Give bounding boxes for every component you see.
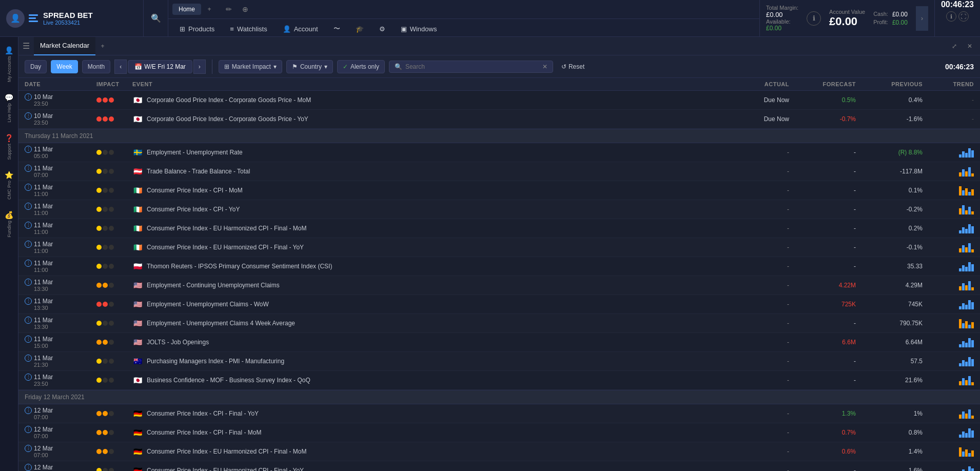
row-info-icon[interactable]: ⋮ bbox=[25, 112, 32, 120]
row-info-icon[interactable]: ⋮ bbox=[25, 260, 32, 267]
cell-actual: - bbox=[722, 301, 789, 308]
time-value: 07:00 bbox=[34, 172, 96, 178]
expand-button[interactable]: › bbox=[916, 6, 928, 31]
cell-forecast: - bbox=[789, 467, 856, 471]
sidebar-item-live-help[interactable]: 💬 Live Help bbox=[0, 88, 18, 128]
table-row[interactable]: ⋮ 11 Mar 11:00 🇮🇪 Consumer Price Index -… bbox=[18, 181, 980, 200]
table-row[interactable]: ⋮ 11 Mar 23:50 🇯🇵 Business Confidence - … bbox=[18, 371, 980, 390]
reset-button[interactable]: ↺ Reset bbox=[557, 61, 589, 72]
table-row[interactable]: ⋮ 11 Mar 07:00 🇦🇹 Trade Balance - Trade … bbox=[18, 162, 980, 181]
row-info-icon[interactable]: ⋮ bbox=[25, 146, 32, 153]
nav-account[interactable]: 👤 Account bbox=[276, 22, 325, 36]
hamburger-icon[interactable]: ☰ bbox=[23, 41, 30, 51]
nav-windows[interactable]: ▣ Windows bbox=[394, 22, 444, 36]
table-row[interactable]: ⋮ 11 Mar 13:30 🇺🇸 Employment - Continuin… bbox=[18, 276, 980, 295]
table-row[interactable]: ⋮ 11 Mar 11:00 🇮🇪 Consumer Price Index -… bbox=[18, 200, 980, 219]
cell-forecast: 4.22M bbox=[789, 282, 856, 289]
avatar[interactable]: 👤 bbox=[6, 9, 25, 28]
row-info-icon[interactable]: ⋮ bbox=[25, 298, 32, 305]
tab-market-calendar[interactable]: Market Calendar bbox=[34, 37, 95, 55]
clock-extra-icon[interactable]: ⛶ bbox=[958, 11, 969, 22]
trend-bar-segment bbox=[971, 340, 974, 347]
trend-bar-segment bbox=[971, 450, 974, 457]
table-row[interactable]: ⋮ 12 Mar 07:00 🇩🇪 Consumer Price Index -… bbox=[18, 461, 980, 471]
products-label: Products bbox=[188, 25, 214, 33]
table-row[interactable]: ⋮ 12 Mar 07:00 🇩🇪 Consumer Price Index -… bbox=[18, 423, 980, 442]
table-row[interactable]: ⋮ 12 Mar 07:00 🇩🇪 Consumer Price Index -… bbox=[18, 404, 980, 423]
nav-tab-add-button[interactable]: + bbox=[203, 3, 215, 15]
sidebar-item-funding[interactable]: 💰 Funding bbox=[0, 206, 18, 243]
global-search-button[interactable]: 🔍 bbox=[144, 0, 168, 36]
row-info-icon[interactable]: ⋮ bbox=[25, 93, 32, 101]
row-info-icon[interactable]: ⋮ bbox=[25, 184, 32, 191]
table-row[interactable]: ⋮ 11 Mar 21:30 🇦🇺 Purchasing Managers In… bbox=[18, 352, 980, 371]
impact-dot bbox=[109, 97, 114, 103]
date-picker[interactable]: 📅 W/E Fri 12 Mar bbox=[128, 60, 192, 73]
market-impact-dropdown[interactable]: ⊞ Market Impact ▾ bbox=[219, 60, 282, 73]
row-info-icon[interactable]: ⋮ bbox=[25, 355, 32, 362]
search-input[interactable] bbox=[405, 63, 539, 70]
cell-event: 🇺🇸 Employment - Unemployment Claims - Wo… bbox=[132, 301, 722, 308]
nav-products[interactable]: ⊞ Products bbox=[172, 22, 222, 36]
next-date-button[interactable]: › bbox=[193, 60, 206, 74]
cell-trend bbox=[923, 446, 974, 457]
table-row[interactable]: ⋮ 11 Mar 11:00 🇵🇱 Thomon Reuters - IPSOS… bbox=[18, 257, 980, 276]
nav-watchlists[interactable]: ≡ Watchlists bbox=[223, 22, 274, 36]
row-info-icon[interactable]: ⋮ bbox=[25, 317, 32, 324]
row-info-icon[interactable]: ⋮ bbox=[25, 222, 32, 229]
trend-bar-segment bbox=[959, 381, 962, 385]
row-info-icon[interactable]: ⋮ bbox=[25, 165, 32, 172]
cell-trend bbox=[923, 204, 974, 214]
sidebar-item-support[interactable]: ❓ Support bbox=[0, 129, 18, 165]
nav-charts[interactable]: 〜 bbox=[326, 21, 347, 36]
search-box[interactable]: 🔍 ✕ bbox=[389, 61, 553, 73]
row-info-icon[interactable]: ⋮ bbox=[25, 374, 32, 381]
month-button[interactable]: Month bbox=[82, 60, 110, 73]
nav-education[interactable]: 🎓 bbox=[348, 22, 371, 36]
header-forecast: FORECAST bbox=[789, 81, 856, 87]
search-clear-icon[interactable]: ✕ bbox=[542, 63, 547, 70]
row-info-icon[interactable]: ⋮ bbox=[25, 279, 32, 286]
table-row[interactable]: ⋮ 11 Mar 05:00 🇸🇪 Employment - Unemploym… bbox=[18, 143, 980, 162]
prev-date-button[interactable]: ‹ bbox=[114, 60, 127, 74]
row-info-icon[interactable]: ⋮ bbox=[25, 241, 32, 248]
table-row[interactable]: ⋮ 11 Mar 13:30 🇺🇸 Employment - Unemploym… bbox=[18, 295, 980, 314]
table-row[interactable]: ⋮ 11 Mar 11:00 🇮🇪 Consumer Price Index -… bbox=[18, 238, 980, 257]
table-row[interactable]: ⋮ 10 Mar 23:50 🇯🇵 Corporate Good Price I… bbox=[18, 91, 980, 110]
event-name: Purchasing Managers Index - PMI - Manufa… bbox=[147, 358, 284, 365]
table-row[interactable]: ⋮ 11 Mar 11:00 🇮🇪 Consumer Price Index -… bbox=[18, 219, 980, 238]
tab-add-button[interactable]: + bbox=[95, 39, 110, 53]
trend-bar-segment bbox=[959, 186, 962, 195]
row-info-icon[interactable]: ⋮ bbox=[25, 426, 32, 433]
table-row[interactable]: ⋮ 11 Mar 15:00 🇺🇸 JOLTS - Job Openings -… bbox=[18, 333, 980, 352]
week-button[interactable]: Week bbox=[51, 60, 77, 73]
clock-info-icon[interactable]: ℹ bbox=[946, 11, 956, 22]
country-dropdown[interactable]: ⚑ Country ▾ bbox=[286, 60, 333, 73]
pin-icon[interactable]: ⊕ bbox=[238, 2, 252, 16]
table-row[interactable]: ⋮ 10 Mar 23:50 🇯🇵 Corporate Good Price I… bbox=[18, 110, 980, 129]
sidebar-item-cmc-pro[interactable]: ⭐ CMC Pro bbox=[0, 166, 18, 205]
row-info-icon[interactable]: ⋮ bbox=[25, 464, 32, 471]
row-info-icon[interactable]: ⋮ bbox=[25, 203, 32, 210]
date-value: 11 Mar bbox=[34, 184, 53, 191]
settings-icon: ⚙ bbox=[379, 25, 385, 33]
row-info-icon[interactable]: ⋮ bbox=[25, 336, 32, 343]
maximize-icon[interactable]: ⤢ bbox=[948, 40, 961, 52]
table-row[interactable]: ⋮ 11 Mar 13:30 🇺🇸 Employment - Unemploym… bbox=[18, 314, 980, 333]
margin-info-icon[interactable]: ℹ bbox=[807, 11, 821, 26]
close-tab-icon[interactable]: ✕ bbox=[964, 40, 976, 52]
row-info-icon[interactable]: ⋮ bbox=[25, 407, 32, 414]
sidebar-item-my-accounts[interactable]: 👤 My Accounts bbox=[0, 41, 18, 87]
row-info-icon[interactable]: ⋮ bbox=[25, 445, 32, 452]
nav-tab-home[interactable]: Home bbox=[172, 4, 201, 15]
trend-bar-segment bbox=[968, 338, 971, 347]
nav-settings[interactable]: ⚙ bbox=[372, 22, 393, 36]
table-row[interactable]: ⋮ 12 Mar 07:00 🇩🇪 Consumer Price Index -… bbox=[18, 442, 980, 461]
toolbar: Day Week Month ‹ 📅 W/E Fri 12 Mar › ⊞ Ma… bbox=[18, 55, 980, 78]
day-button[interactable]: Day bbox=[25, 60, 47, 73]
alerts-button[interactable]: ✓ Alerts only bbox=[337, 60, 385, 73]
edit-icon[interactable]: ✏ bbox=[222, 2, 236, 16]
previous-value: -117.8M bbox=[900, 168, 923, 175]
date-nav: ‹ 📅 W/E Fri 12 Mar › bbox=[114, 60, 206, 74]
trend-bar-segment bbox=[959, 344, 962, 347]
